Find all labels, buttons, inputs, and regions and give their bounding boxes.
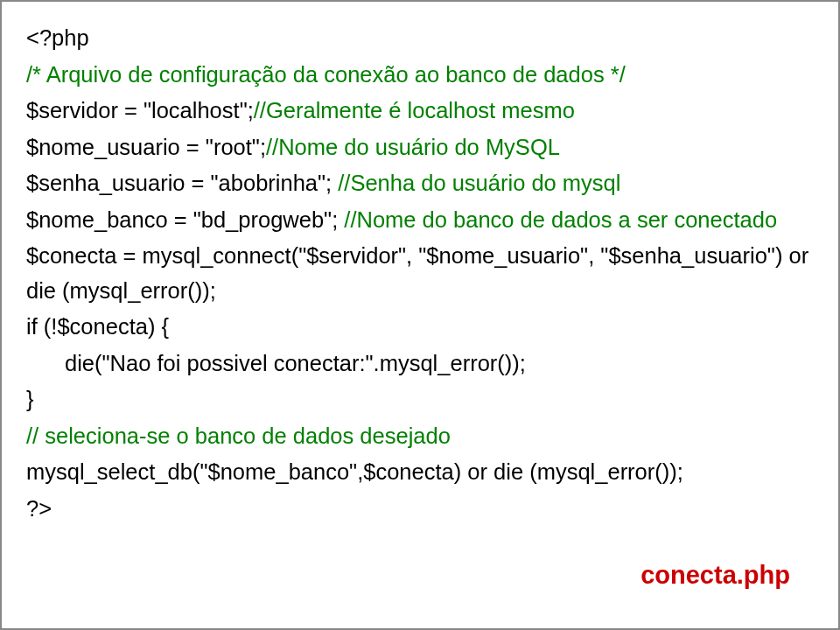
code-line: if (!$conecta) { (26, 310, 814, 345)
code-comment: //Senha do usuário do mysql (338, 171, 620, 195)
code-comment: // seleciona-se o banco de dados desejad… (26, 419, 814, 454)
code-line: ?> (26, 492, 814, 527)
code-comment: /* Arquivo de configuração da conexão ao… (26, 58, 814, 93)
code-line: die("Nao foi possivel conectar:".mysql_e… (26, 346, 814, 382)
code-block: <?php /* Arquivo de configuração da cone… (26, 21, 814, 526)
code-line: mysql_select_db("$nome_banco",$conecta) … (26, 455, 814, 490)
code-comment: //Nome do banco de dados a ser conectado (344, 207, 777, 232)
code-line: $servidor = "localhost";//Geralmente é l… (26, 94, 814, 129)
code-text: $nome_banco = "bd_progweb"; (26, 207, 344, 232)
code-line: $senha_usuario = "abobrinha"; //Senha do… (26, 166, 814, 201)
code-text: $nome_usuario = "root"; (26, 135, 266, 159)
code-line: $nome_banco = "bd_progweb"; //Nome do ba… (26, 203, 814, 238)
code-line: $nome_usuario = "root";//Nome do usuário… (26, 130, 814, 165)
code-line: <?php (26, 21, 814, 56)
code-line: $conecta = mysql_connect("$servidor", "$… (26, 239, 814, 308)
code-text: $servidor = "localhost"; (26, 98, 254, 122)
code-line: } (26, 382, 814, 417)
code-comment: //Nome do usuário do MySQL (266, 135, 560, 159)
code-text: $senha_usuario = "abobrinha"; (26, 171, 338, 195)
filename-label: conecta.php (640, 556, 790, 595)
code-comment: //Geralmente é localhost mesmo (254, 98, 575, 122)
